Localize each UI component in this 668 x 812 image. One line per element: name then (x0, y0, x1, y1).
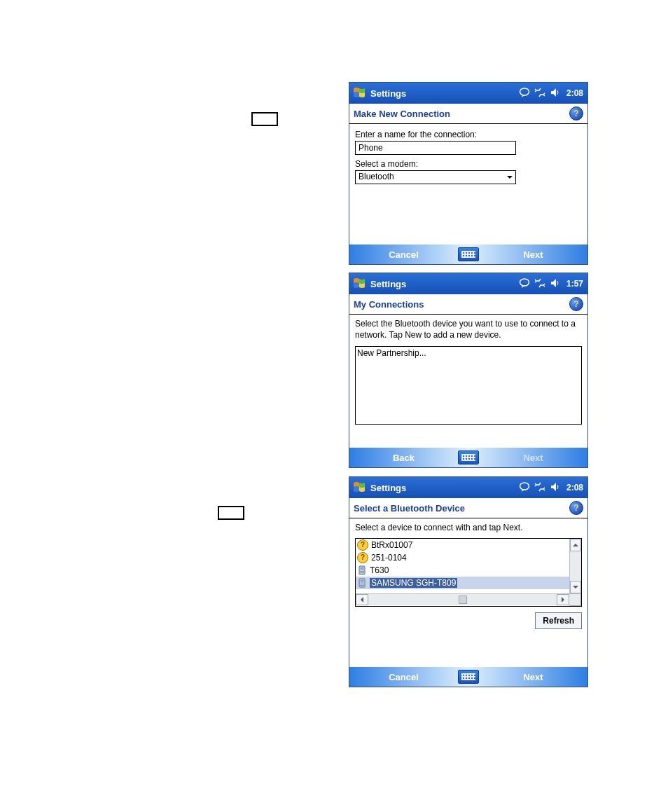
soft-right-button[interactable]: Next (479, 249, 587, 260)
svg-rect-19 (363, 585, 363, 586)
start-flag-icon[interactable] (352, 481, 366, 495)
list-item[interactable]: ? BtRx01007 (356, 539, 569, 551)
clock[interactable]: 2:08 (566, 483, 583, 493)
refresh-button[interactable]: Refresh (535, 612, 582, 629)
keyboard-icon[interactable] (458, 670, 479, 684)
svg-point-3 (520, 483, 529, 490)
callout-box-top (251, 112, 278, 126)
volume-icon[interactable] (550, 87, 561, 100)
scroll-thumb[interactable] (459, 596, 467, 604)
app-title: Settings (370, 279, 406, 289)
name-label: Enter a name for the connection: (355, 130, 582, 139)
soft-right-button[interactable]: Next (479, 672, 587, 682)
chat-icon[interactable] (519, 277, 530, 291)
svg-rect-7 (361, 571, 362, 572)
subtitle-bar: My Connections ? (349, 294, 587, 315)
phone-device-icon (357, 565, 367, 575)
vertical-scrollbar[interactable] (569, 539, 581, 593)
scroll-up-button[interactable] (570, 539, 581, 551)
help-icon[interactable]: ? (569, 106, 583, 121)
svg-rect-16 (363, 584, 363, 584)
modem-select[interactable]: Bluetooth (355, 170, 516, 184)
chevron-down-icon (504, 171, 515, 184)
svg-rect-8 (363, 571, 363, 572)
soft-left-button[interactable]: Back (349, 453, 458, 463)
scroll-corner (569, 593, 581, 606)
connectivity-icon[interactable] (534, 87, 545, 100)
subtitle-text: Make New Connection (354, 109, 450, 119)
phone-device-icon (357, 578, 367, 588)
instruction-text: Select the Bluetooth device you want to … (355, 319, 582, 340)
volume-icon[interactable] (550, 481, 561, 495)
content-area: Enter a name for the connection: Select … (349, 124, 587, 245)
device-listbox[interactable]: New Partnership... (355, 346, 582, 425)
svg-rect-17 (361, 585, 361, 586)
soft-right-button[interactable]: Next (479, 453, 587, 463)
connectivity-icon[interactable] (534, 277, 545, 291)
volume-icon[interactable] (550, 277, 561, 291)
device-name: T630 (370, 565, 389, 575)
modem-selected-value: Bluetooth (359, 172, 394, 181)
screen-my-connections: Settings 1:57 My Connections ? Select th… (349, 273, 588, 468)
soft-left-button[interactable]: Cancel (349, 672, 458, 682)
title-bar: Settings 2:08 (349, 477, 587, 498)
subtitle-bar: Select a Bluetooth Device ? (349, 498, 587, 518)
svg-rect-18 (361, 585, 362, 586)
scroll-right-button[interactable] (557, 594, 569, 605)
content-area: Select a device to connect with and tap … (349, 518, 587, 667)
scroll-down-button[interactable] (570, 581, 581, 593)
start-flag-icon[interactable] (352, 277, 366, 291)
list-item-new-partnership[interactable]: New Partnership... (357, 348, 580, 358)
clock[interactable]: 1:57 (566, 279, 583, 289)
softkey-bar: Cancel Next (349, 667, 587, 687)
soft-left-button[interactable]: Cancel (349, 249, 458, 260)
softkey-bar: Cancel Next (349, 245, 587, 264)
device-name: SAMSUNG SGH-T809 (370, 578, 457, 588)
keyboard-icon[interactable] (458, 450, 479, 465)
svg-rect-5 (361, 567, 364, 570)
scroll-track[interactable] (570, 551, 581, 581)
app-title: Settings (370, 483, 406, 493)
scroll-left-button[interactable] (356, 594, 368, 605)
connection-name-input[interactable] (355, 141, 516, 155)
svg-point-2 (520, 279, 529, 286)
device-name: BtRx01007 (371, 540, 412, 550)
content-area: Select the Bluetooth device you want to … (349, 315, 587, 448)
svg-point-1 (520, 88, 529, 95)
softkey-bar: Back Next (349, 448, 587, 467)
svg-rect-15 (361, 584, 362, 584)
screen-make-new-connection: Settings 2:08 Make New Connection ? Ente… (349, 82, 588, 265)
title-bar: Settings 2:08 (349, 83, 587, 104)
help-icon[interactable]: ? (569, 297, 583, 311)
list-item[interactable]: SAMSUNG SGH-T809 (356, 577, 569, 589)
screen-select-bluetooth-device: Settings 2:08 Select a Bluetooth Device … (349, 476, 588, 687)
unknown-device-icon: ? (357, 539, 368, 551)
svg-rect-10 (361, 572, 362, 573)
list-item[interactable]: T630 (356, 564, 569, 577)
scroll-track[interactable] (368, 594, 557, 605)
keyboard-icon[interactable] (458, 247, 479, 261)
unknown-device-icon: ? (357, 552, 368, 563)
clock[interactable]: 2:08 (566, 88, 583, 98)
device-name: 251-0104 (371, 553, 407, 563)
svg-rect-9 (361, 572, 361, 573)
chat-icon[interactable] (519, 87, 530, 100)
instruction-text: Select a device to connect with and tap … (355, 523, 582, 534)
svg-rect-14 (361, 584, 361, 584)
title-bar: Settings 1:57 (349, 273, 587, 294)
subtitle-bar: Make New Connection ? (349, 104, 587, 124)
svg-rect-11 (363, 572, 363, 573)
horizontal-scrollbar[interactable] (356, 593, 569, 605)
start-flag-icon[interactable] (352, 86, 366, 100)
chat-icon[interactable] (519, 481, 530, 495)
device-listbox[interactable]: ? BtRx01007 ? 251-0104 T630 (355, 538, 582, 607)
callout-box-bottom (218, 506, 244, 520)
app-title: Settings (370, 88, 406, 99)
connectivity-icon[interactable] (534, 481, 545, 495)
svg-rect-13 (361, 579, 364, 582)
svg-rect-6 (361, 571, 361, 572)
list-item[interactable]: ? 251-0104 (356, 551, 569, 564)
subtitle-text: Select a Bluetooth Device (354, 503, 465, 514)
help-icon[interactable]: ? (569, 501, 583, 515)
modem-label: Select a modem: (355, 159, 582, 169)
